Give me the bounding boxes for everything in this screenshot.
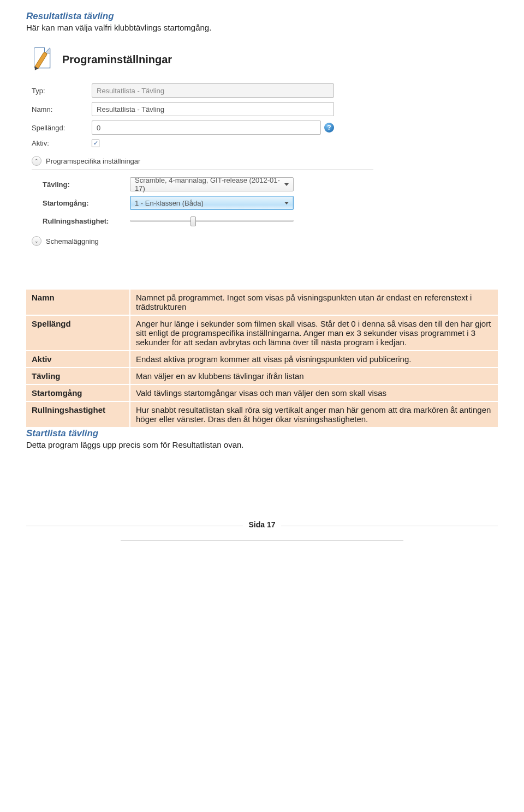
progspec-body: Tävling: Scramble, 4-mannalag, GIT-relea… [32,169,373,227]
table-desc: Endast aktiva program kommer att visas p… [130,351,498,368]
startomgang-value: 1 - En-klassen (Båda) [135,199,204,207]
chevron-down-icon [284,183,289,186]
label-namn: Namn: [32,105,92,113]
table-row: SpellängdAnger hur länge i sekunder som … [26,315,498,351]
table-desc: Vald tävlings startomgångar visas och ma… [130,384,498,401]
section-subline: Här kan man välja valfri klubbtävlings s… [26,23,498,32]
spellangd-field[interactable] [92,121,321,135]
dialog-title: Programinställningar [62,53,172,66]
tavling-value: Scramble, 4-mannalag, GIT-release (2012-… [135,176,284,193]
table-key: Aktiv [26,351,130,368]
startomgang-dropdown[interactable]: 1 - En-klassen (Båda) [130,196,294,210]
page-footer: Sida 17 [26,526,498,541]
document-edit-icon [32,46,55,73]
rullning-slider[interactable] [130,220,294,222]
label-rullning: Rullningshastighet: [43,217,130,225]
table-desc: Hur snabbt resultatlistan skall röra sig… [130,401,498,427]
program-settings-dialog: Programinställningar Typ: Namn: Spelläng… [26,42,376,262]
table-desc: Man väljer en av klubbens tävlingar ifrå… [130,368,498,384]
dialog-header: Programinställningar [28,46,373,73]
table-key: Spellängd [26,315,130,351]
table-desc: Namnet på programmet. Inget som visas på… [130,290,498,315]
table-key: Startomgång [26,384,130,401]
table-row: RullningshastighetHur snabbt resultatlis… [26,401,498,427]
label-spellangd: Spellängd: [32,124,92,132]
section-heading-resultatlista: Resultatlista tävling [26,11,498,22]
chevron-up-icon[interactable]: ⌃ [32,156,41,166]
table-desc: Anger hur länge i sekunder som filmen sk… [130,315,498,351]
page-number: Sida 17 [243,520,281,529]
typ-field [92,83,334,98]
section-heading-startlista: Startlista tävling [26,428,498,439]
table-key: Rullningshastighet [26,401,130,427]
namn-field[interactable] [92,102,334,116]
label-startomgang: Startomgång: [43,199,130,207]
label-tavling: Tävling: [43,181,130,189]
label-schema: Schemaläggning [46,237,99,245]
section-body-startlista: Detta program läggs upp precis som för R… [26,440,498,449]
table-key: Tävling [26,368,130,384]
chevron-down-icon[interactable]: ⌄ [32,236,41,246]
table-row: AktivEndast aktiva program kommer att vi… [26,351,498,368]
label-progspec: Programspecifika inställningar [46,157,140,165]
label-aktiv: Aktiv: [32,139,92,147]
definition-table: NamnNamnet på programmet. Inget som visa… [26,290,498,427]
help-icon[interactable]: ? [324,123,334,133]
label-typ: Typ: [32,87,92,95]
table-row: TävlingMan väljer en av klubbens tävling… [26,368,498,384]
tavling-dropdown[interactable]: Scramble, 4-mannalag, GIT-release (2012-… [130,177,294,191]
aktiv-checkbox[interactable]: ✓ [92,140,99,147]
slider-thumb[interactable] [190,216,196,226]
table-row: StartomgångVald tävlings startomgångar v… [26,384,498,401]
table-key: Namn [26,290,130,315]
chevron-down-icon [284,202,289,204]
table-row: NamnNamnet på programmet. Inget som visa… [26,290,498,315]
